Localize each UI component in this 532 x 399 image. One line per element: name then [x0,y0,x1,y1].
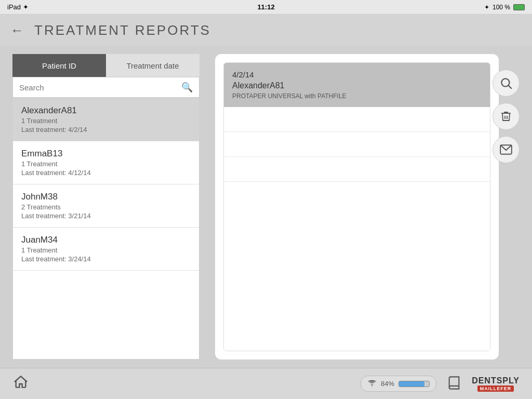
patient-item-1[interactable]: EmmaB13 1 Treatment Last treatment: 4/12… [13,141,199,184]
patient-name-2: JohnM38 [21,192,191,202]
delete-treatment-button[interactable] [493,103,520,130]
treatment-card: 4/2/14 AlexanderA81 PROTAPER UNIVERSAL w… [223,62,490,351]
right-panel: 4/2/14 AlexanderA81 PROTAPER UNIVERSAL w… [215,54,499,360]
search-bar: 🔍 [12,77,200,98]
svg-line-6 [509,86,512,89]
right-panel-wrapper: 4/2/14 AlexanderA81 PROTAPER UNIVERSAL w… [215,54,520,360]
patient-treatments-3: 1 Treatment [21,246,191,254]
svg-point-8 [371,385,373,386]
tab-row: Patient ID Treatment date [12,54,200,77]
brand-sub: MAILLEFER [477,385,514,392]
back-button[interactable]: ← [10,22,24,38]
patient-item-3[interactable]: JuanM34 1 Treatment Last treatment: 3/24… [13,228,199,271]
treatment-row-3 [224,157,490,182]
tab-patient-id[interactable]: Patient ID [12,54,106,77]
app-wrapper: iPad ✦ 11:12 ✦ 100 % ← TREATMENT REPORTS… [0,0,532,399]
bottom-right: 84% DENTSPLY MAILLEFER [361,376,520,392]
left-panel: Patient ID Treatment date 🔍 AlexanderA81… [12,54,200,360]
patient-list: AlexanderA81 1 Treatment Last treatment:… [12,98,200,360]
battery-widget: 84% [361,376,436,392]
content-area: Patient ID Treatment date 🔍 AlexanderA81… [0,46,532,368]
patient-last-2: Last treatment: 3/21/14 [21,212,191,220]
brand-logo: DENTSPLY MAILLEFER [472,376,520,392]
battery-bar [398,381,430,387]
tab-treatment-date[interactable]: Treatment date [106,54,200,77]
search-treatment-button[interactable] [493,70,520,97]
right-action-col [493,70,520,163]
treatment-row-1 [224,107,490,132]
treatment-patient: AlexanderA81 [232,81,482,90]
treatment-date: 4/2/14 [232,70,482,79]
patient-treatments-1: 1 Treatment [21,160,191,168]
wifi-icon [367,378,377,389]
status-bar-right: ✦ 100 % [484,4,525,11]
svg-point-5 [501,78,509,86]
treatment-protocol: PROTAPER UNIVERSAL with PATHFILE [232,92,482,100]
page-header: ← TREATMENT REPORTS [0,15,532,46]
ipad-label: iPad ✦ [7,3,29,11]
battery-fill [399,381,424,387]
treatment-row-4 [224,182,490,351]
bluetooth-icon: ✦ [484,4,489,11]
home-button[interactable] [12,374,29,394]
status-bar-time: 11:12 [257,3,274,11]
status-bar: iPad ✦ 11:12 ✦ 100 % [0,0,532,15]
patient-item-wrapper-0: AlexanderA81 1 Treatment Last treatment:… [13,98,199,141]
patient-item-0[interactable]: AlexanderA81 1 Treatment Last treatment:… [13,98,199,141]
treatment-card-header: 4/2/14 AlexanderA81 PROTAPER UNIVERSAL w… [224,63,490,107]
battery-icon [513,4,525,10]
patient-list-container: AlexanderA81 1 Treatment Last treatment:… [12,98,200,360]
patient-treatments-2: 2 Treatments [21,203,191,211]
search-input[interactable] [19,83,181,92]
search-icon: 🔍 [181,82,193,93]
bottom-bar: 84% DENTSPLY MAILLEFER [0,368,532,399]
patient-last-1: Last treatment: 4/12/14 [21,169,191,177]
patient-last-3: Last treatment: 3/24/14 [21,255,191,263]
patient-item-2[interactable]: JohnM38 2 Treatments Last treatment: 3/2… [13,184,199,228]
treatment-card-body [224,107,490,351]
patient-name-1: EmmaB13 [21,149,191,159]
patient-name-3: JuanM34 [21,235,191,245]
patient-last-0: Last treatment: 4/2/14 [21,126,191,134]
brand-name: DENTSPLY [472,376,520,385]
treatment-row-2 [224,132,490,157]
status-bar-left: iPad ✦ [7,3,29,11]
book-button[interactable] [447,376,461,392]
battery-percent: 84% [381,380,394,388]
patient-treatments-0: 1 Treatment [21,117,191,125]
email-treatment-button[interactable] [493,136,520,163]
patient-name-0: AlexanderA81 [21,105,191,116]
page-title: TREATMENT REPORTS [34,22,211,38]
battery-label: 100 % [493,4,510,11]
